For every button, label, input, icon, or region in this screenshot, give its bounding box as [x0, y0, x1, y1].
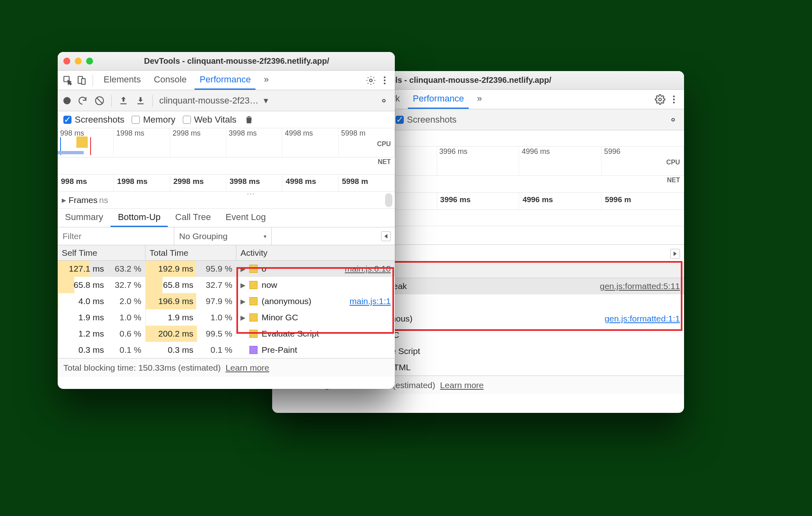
- svg-point-3: [673, 101, 675, 103]
- gear-icon[interactable]: [668, 114, 678, 125]
- svg-point-9: [384, 76, 385, 78]
- learn-more-link[interactable]: Learn more: [225, 363, 269, 373]
- table-row[interactable]: 4.0 ms2.0 %196.9 ms97.9 %▶(anonymous)mai…: [58, 293, 395, 309]
- kebab-icon[interactable]: [379, 75, 390, 86]
- clear-icon[interactable]: [94, 95, 105, 106]
- subtab-eventlog[interactable]: Event Log: [218, 212, 273, 227]
- activity-color-icon: [249, 346, 258, 354]
- source-link[interactable]: gen.js:formatted:5:11: [600, 281, 680, 291]
- table-row[interactable]: 127.1 ms63.2 %192.9 ms95.9 %▶omain.js:6:…: [58, 261, 395, 277]
- upload-icon[interactable]: [118, 95, 129, 106]
- footer: Total blocking time: 150.33ms (estimated…: [58, 358, 395, 377]
- filter-input[interactable]: [58, 227, 174, 245]
- gear-icon[interactable]: [366, 75, 376, 86]
- close-icon[interactable]: [63, 58, 70, 65]
- bottom-up-table: 127.1 ms63.2 %192.9 ms95.9 %▶omain.js:6:…: [58, 261, 395, 358]
- svg-point-13: [383, 99, 385, 102]
- trash-icon[interactable]: [244, 114, 254, 125]
- source-link[interactable]: gen.js:formatted:1:1: [604, 314, 680, 324]
- window-controls[interactable]: [63, 58, 93, 65]
- activity-color-icon: [249, 281, 258, 289]
- table-row[interactable]: 1.2 ms0.6 %200.2 ms99.5 %Evaluate Script: [58, 326, 395, 342]
- url-select[interactable]: clinquant-mousse-2f23… ▾: [159, 95, 268, 106]
- tabs-overflow[interactable]: »: [259, 71, 273, 90]
- subtab-summary[interactable]: Summary: [58, 212, 110, 227]
- gear-icon[interactable]: [655, 94, 665, 105]
- table-header: Self Time Total Time Activity: [58, 245, 395, 261]
- inspect-icon[interactable]: [63, 75, 73, 86]
- table-row[interactable]: 0.3 ms0.1 %0.3 ms0.1 %Pre-Paint: [58, 342, 395, 358]
- svg-point-2: [673, 98, 675, 100]
- cpu-label: CPU: [377, 140, 391, 148]
- filter-row: No Grouping▾: [58, 227, 395, 245]
- svg-point-10: [384, 79, 385, 81]
- webvitals-checkbox[interactable]: Web Vitals: [183, 114, 236, 125]
- reload-icon[interactable]: [77, 95, 88, 106]
- minimize-icon[interactable]: [75, 58, 82, 65]
- tab-elements[interactable]: Elements: [99, 71, 146, 90]
- svg-point-1: [673, 95, 675, 97]
- screenshots-checkbox[interactable]: ✓Screenshots: [63, 114, 124, 125]
- col-self-time[interactable]: Self Time: [58, 245, 145, 260]
- learn-more-link[interactable]: Learn more: [440, 380, 483, 390]
- source-link[interactable]: main.js:6:10: [345, 264, 391, 274]
- svg-rect-7: [82, 78, 85, 84]
- screenshots-checkbox[interactable]: ✓Screenshots: [396, 114, 457, 125]
- activity-color-icon: [249, 265, 258, 273]
- activity-color-icon: [249, 330, 258, 338]
- zoom-icon[interactable]: [86, 58, 93, 65]
- subtab-bottomup[interactable]: Bottom-Up: [110, 212, 168, 227]
- col-activity[interactable]: Activity: [236, 245, 395, 260]
- tab-console[interactable]: Console: [149, 71, 192, 90]
- activity-color-icon: [249, 313, 258, 322]
- perf-toolbar: clinquant-mousse-2f23… ▾: [58, 90, 395, 111]
- activity-color-icon: [249, 297, 258, 305]
- record-button[interactable]: [63, 97, 71, 104]
- frames-row[interactable]: … ▶ Frames ns: [58, 192, 395, 209]
- svg-point-11: [384, 82, 385, 84]
- devtools-window-before: DevTools - clinquant-mousse-2f2396.netli…: [58, 52, 395, 389]
- col-total-time[interactable]: Total Time: [145, 245, 236, 260]
- download-icon[interactable]: [135, 95, 146, 106]
- svg-point-0: [659, 98, 662, 101]
- subtab-calltree[interactable]: Call Tree: [168, 212, 218, 227]
- kebab-icon[interactable]: [669, 94, 679, 105]
- tabs-overflow[interactable]: »: [472, 90, 487, 109]
- table-row[interactable]: 1.9 ms1.0 %1.9 ms1.0 %▶Minor GC: [58, 309, 395, 326]
- devtools-tabs: Elements Console Performance »: [58, 71, 395, 90]
- memory-checkbox[interactable]: Memory: [132, 114, 175, 125]
- svg-point-8: [370, 79, 372, 82]
- heavy-stack-icon[interactable]: [381, 231, 391, 241]
- window-title: DevTools - clinquant-mousse-2f2396.netli…: [104, 56, 389, 66]
- tab-performance[interactable]: Performance: [408, 90, 469, 109]
- gear-icon[interactable]: [379, 95, 389, 106]
- scrollbar-thumb[interactable]: [385, 193, 392, 207]
- device-icon[interactable]: [76, 75, 87, 86]
- bottom-panel-tabs: Summary Bottom-Up Call Tree Event Log: [58, 209, 395, 227]
- heavy-stack-icon[interactable]: [670, 249, 680, 259]
- grouping-select[interactable]: No Grouping▾: [174, 227, 272, 245]
- titlebar: DevTools - clinquant-mousse-2f2396.netli…: [58, 52, 395, 71]
- overview-timeline[interactable]: 998 ms 1998 ms 2998 ms 3998 ms 4998 ms 5…: [58, 128, 395, 158]
- capture-options: ✓Screenshots Memory Web Vitals: [58, 111, 395, 128]
- tab-performance[interactable]: Performance: [195, 71, 256, 90]
- source-link[interactable]: main.js:1:1: [349, 296, 391, 306]
- net-lane: NET: [58, 158, 395, 175]
- cpu-label: CPU: [666, 159, 680, 166]
- table-row[interactable]: 65.8 ms32.7 %65.8 ms32.7 %▶now: [58, 277, 395, 293]
- svg-point-4: [672, 118, 675, 121]
